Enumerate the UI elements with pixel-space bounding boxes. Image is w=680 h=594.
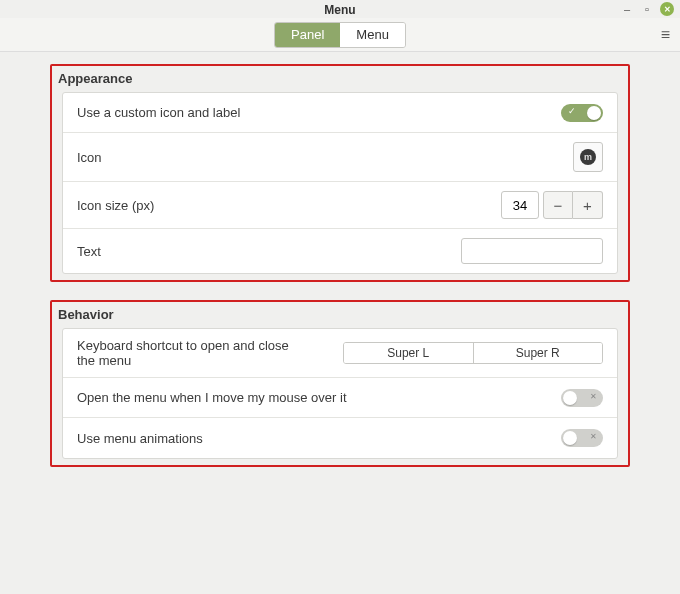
animations-label: Use menu animations	[77, 431, 561, 446]
decrease-button[interactable]: −	[543, 191, 573, 219]
behavior-title: Behavior	[52, 302, 628, 328]
tab-panel[interactable]: Panel	[275, 23, 340, 47]
icon-size-label: Icon size (px)	[77, 198, 501, 213]
custom-icon-label: Use a custom icon and label	[77, 105, 561, 120]
tab-group: Panel Menu	[274, 22, 406, 48]
text-input[interactable]	[461, 238, 603, 264]
shortcut-super-r[interactable]: Super R	[474, 343, 603, 363]
icon-size-input[interactable]	[501, 191, 539, 219]
custom-icon-toggle[interactable]	[561, 104, 603, 122]
maximize-icon[interactable]: ▫	[640, 2, 654, 16]
appearance-section: Appearance Use a custom icon and label I…	[50, 64, 630, 282]
animations-toggle[interactable]	[561, 429, 603, 447]
shortcut-super-l[interactable]: Super L	[344, 343, 474, 363]
icon-label: Icon	[77, 150, 573, 165]
close-icon[interactable]	[660, 2, 674, 16]
window-title: Menu	[324, 3, 355, 17]
text-label: Text	[77, 244, 461, 259]
appearance-title: Appearance	[52, 66, 628, 92]
shortcut-label: Keyboard shortcut to open and close the …	[77, 338, 307, 368]
behavior-section: Behavior Keyboard shortcut to open and c…	[50, 300, 630, 467]
minimize-icon[interactable]: –	[620, 2, 634, 16]
hover-open-toggle[interactable]	[561, 389, 603, 407]
mint-logo-icon	[580, 149, 596, 165]
tab-menu[interactable]: Menu	[340, 23, 405, 47]
icon-size-stepper: − +	[501, 191, 603, 219]
icon-chooser-button[interactable]	[573, 142, 603, 172]
shortcut-group: Super L Super R	[343, 342, 603, 364]
increase-button[interactable]: +	[573, 191, 603, 219]
hamburger-icon[interactable]: ≡	[661, 26, 670, 44]
hover-open-label: Open the menu when I move my mouse over …	[77, 390, 561, 405]
